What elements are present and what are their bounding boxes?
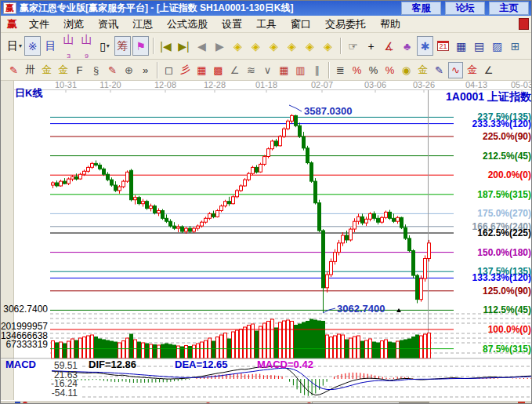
menu-item-browse[interactable]: 浏览 [56, 16, 91, 33]
angle-j-icon[interactable]: ∠ [481, 62, 496, 78]
next-screen-icon[interactable]: ▶ [212, 36, 228, 56]
svg-text:03-26: 03-26 [413, 81, 435, 89]
pen-grid-icon[interactable]: ✎ [105, 62, 120, 78]
expand-view-icon[interactable]: ◈ [302, 36, 318, 56]
parallel-lines-icon[interactable]: ∥ [309, 62, 324, 78]
panel-period-label: 日K线 [15, 87, 42, 99]
trend-lines-icon[interactable]: ≋ [244, 62, 259, 78]
macd-dif-value: DIF=12.86 [89, 359, 136, 370]
percent-level-icon[interactable]: % [382, 62, 397, 78]
svg-text:125.0%(90): 125.0%(90) [483, 286, 531, 297]
prev-screen-icon[interactable]: ◀ [194, 36, 210, 56]
title-bar: 赢 赢家江恩专业版[赢家服务平台] - [上证指数 SH1A0001-130日K… [1, 1, 531, 16]
box-tool-icon[interactable]: ◻ [161, 62, 176, 78]
price-scale-icon[interactable]: ≣ [333, 62, 348, 78]
svg-text:212.5%(45): 212.5%(45) [483, 151, 531, 162]
chan-pattern-icon[interactable]: ※ [24, 36, 41, 56]
fib-grid-icon[interactable]: F [72, 62, 87, 78]
flower-basket-icon[interactable]: ♣ [399, 36, 415, 56]
menu-item-file[interactable]: 文件 [22, 16, 56, 33]
box-fan-icon[interactable]: ▩ [211, 62, 226, 78]
kline-chart-canvas[interactable]: 10-3111-2012-0812-2801-1802-0703-0603-26… [1, 81, 532, 400]
toolbar-separator [157, 62, 157, 78]
svg-text:01-18: 01-18 [255, 81, 277, 89]
grid-ruler-icon[interactable]: 卅 [23, 62, 38, 78]
wave-tool-icon[interactable]: ∿ [448, 62, 463, 78]
chip-distribution-icon[interactable]: 筹 [114, 36, 131, 56]
gann-fan-icon[interactable]: 彡 [178, 62, 193, 78]
svg-text:225.0%(90): 225.0%(90) [483, 131, 531, 142]
period-day-selector[interactable]: 日▾ [6, 36, 23, 56]
zoom-in-horizontal-icon[interactable]: ◈ [284, 36, 300, 56]
price-grid-icon[interactable]: ▦ [194, 62, 209, 78]
macd-histogram [52, 373, 531, 396]
gold-circle-icon[interactable]: ◉ [399, 62, 414, 78]
shift-right-icon[interactable]: ◈ [248, 36, 264, 56]
shift-left-icon[interactable]: ◈ [230, 36, 246, 56]
svg-text:112.5%(45): 112.5%(45) [483, 304, 531, 315]
info-panel-icon[interactable]: 目 [42, 36, 59, 56]
time-circle-icon[interactable]: ⊕ [121, 62, 136, 78]
compress-view-icon[interactable]: ◈ [320, 36, 336, 56]
notes-icon[interactable]: ▤ [471, 36, 487, 56]
menu-item-settings[interactable]: 设置 [215, 16, 249, 33]
toolbar-separator [340, 38, 341, 54]
high-annotation: 3587.0300 [289, 105, 352, 117]
gold-lines-icon[interactable]: 金 [415, 62, 430, 78]
menu-corner-icon[interactable] [519, 18, 529, 30]
gann-grid-shift-icon[interactable]: 金 [56, 62, 71, 78]
vertical-pen-icon[interactable]: ✎ [432, 62, 447, 78]
homepage-button[interactable]: 主页 [489, 2, 529, 15]
spiral-icon[interactable]: § [89, 62, 103, 78]
pattern-match-icon[interactable]: ✱ [417, 36, 433, 56]
menu-item-news[interactable]: 资讯 [91, 16, 125, 33]
volume-scale-3: 67333319 [6, 339, 49, 350]
drag-hand-icon[interactable]: ☞ [345, 36, 361, 56]
status-bar [1, 400, 531, 404]
red-grid-icon[interactable]: ▦ [277, 62, 291, 78]
percent-icon[interactable]: % [366, 62, 381, 78]
svg-text:233.33%(120): 233.33%(120) [472, 118, 531, 129]
angle-line-icon[interactable]: ∠ [227, 62, 242, 78]
gold-level-icon[interactable]: 金 [465, 62, 480, 78]
calendar-icon[interactable]: 21 [435, 36, 451, 56]
candle-style-selector[interactable]: ▯▾ [96, 36, 113, 56]
calculator-icon[interactable]: ▦ [453, 36, 469, 56]
export-icon[interactable]: ⊞ [507, 36, 523, 56]
save-icon[interactable]: ▨ [489, 36, 505, 56]
wave-9-icon[interactable]: 山₉ [78, 36, 95, 56]
svg-text:05-03: 05-03 [511, 81, 532, 89]
menu-item-trade-entrust[interactable]: 交易委托 [318, 16, 373, 33]
macd-panel-title: MACD [5, 359, 36, 370]
angle-measure-icon[interactable]: ∡ [381, 36, 397, 56]
first-bar-icon[interactable]: |◀ [157, 36, 174, 56]
wave-3-icon[interactable]: 山₃ [60, 36, 77, 56]
menu-item-gann[interactable]: 江恩 [125, 16, 160, 33]
grid-arrow-icon[interactable]: ▥ [293, 62, 308, 78]
menu-item-formula-stock-pick[interactable]: 公式选股 [160, 16, 215, 33]
crosshair-icon[interactable]: + [363, 36, 379, 56]
gann-level-lines [50, 117, 454, 310]
toolbar-drawing-tools: ✎卅金金F§✎⊕»◻彡▦▩∠≋∨▦▥∥≣%%%◉金✎∿金∠ [1, 60, 531, 81]
zigzag-icon[interactable]: ∨ [260, 62, 275, 78]
menu-item-help[interactable]: 帮助 [373, 16, 407, 33]
gann-grid-icon[interactable]: 金 [39, 62, 54, 78]
draw-pen-icon[interactable]: ✎ [6, 62, 21, 78]
svg-text:02-07: 02-07 [311, 81, 333, 89]
menu-item-tools[interactable]: 工具 [249, 16, 284, 33]
svg-text:11-20: 11-20 [100, 81, 121, 89]
toolbar-separator [153, 38, 154, 54]
forum-button[interactable]: 论坛 [445, 2, 485, 15]
menu-bar: 赢 文件浏览资讯江恩公式选股设置工具窗口交易委托帮助 [1, 16, 531, 33]
menu-item-window[interactable]: 窗口 [284, 16, 318, 33]
last-bar-icon[interactable]: ▶| [176, 36, 192, 56]
zoom-out-horizontal-icon[interactable]: ◈ [266, 36, 282, 56]
svg-text:3062.7400: 3062.7400 [337, 303, 385, 315]
gann-level-labels: 237.5%(135)233.33%(120)225.0%(90)212.5%(… [472, 111, 531, 354]
customer-service-button[interactable]: 客服 [401, 2, 441, 15]
more-tools-chevron[interactable]: » [138, 62, 153, 78]
macd-dif-line [52, 366, 531, 395]
chevron-down-icon: ▾ [107, 42, 110, 49]
percent-line-icon[interactable]: % [349, 62, 364, 78]
signal-flag-icon[interactable]: ⚑ [132, 36, 149, 56]
